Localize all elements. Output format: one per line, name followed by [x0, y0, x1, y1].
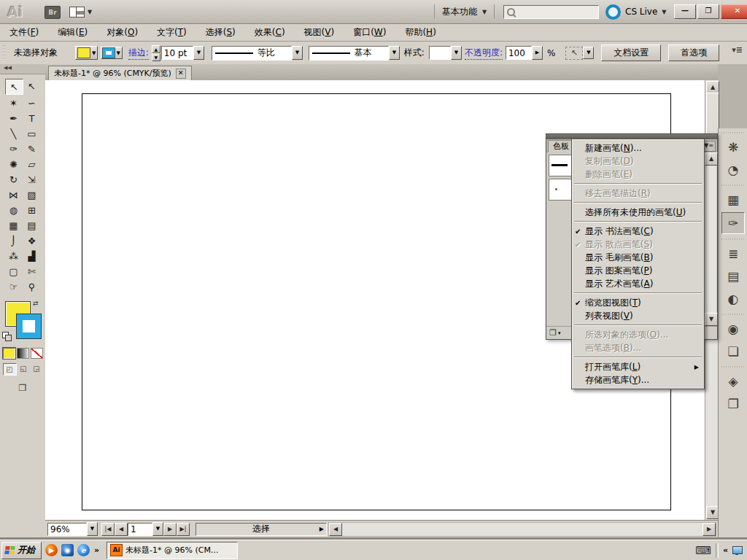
stroke-width-field[interactable]: 10 pt: [161, 46, 193, 60]
panel-scroll-up-icon[interactable]: ▲: [705, 152, 718, 166]
artboard-tool[interactable]: ▢: [5, 264, 22, 279]
quicklaunch-overflow-icon[interactable]: »: [94, 545, 99, 555]
menu-w[interactable]: 窗口(W): [344, 24, 395, 41]
width-tool[interactable]: ⋈: [5, 187, 22, 202]
menu-item-save-brush-library[interactable]: 存储画笔库(Y)...: [573, 373, 703, 386]
messenger-icon[interactable]: ◉: [61, 544, 74, 556]
lasso-tool[interactable]: ∽: [23, 96, 40, 110]
close-button[interactable]: ✕: [721, 4, 747, 19]
symbol-sprayer-tool[interactable]: ⁂: [5, 249, 22, 263]
draw-inside-button[interactable]: ◲: [31, 363, 43, 374]
stroke-color-dropdown[interactable]: ▼: [101, 47, 122, 59]
blob-brush-tool[interactable]: ✺: [5, 157, 22, 171]
screen-mode-button[interactable]: ❐: [14, 381, 31, 394]
arrange-documents-button[interactable]: ▼: [69, 6, 94, 18]
eyedropper-tool[interactable]: ⌡: [5, 233, 22, 248]
last-artboard-button[interactable]: ▶|: [177, 523, 190, 536]
tab-swatches[interactable]: 色板: [548, 140, 574, 152]
media-player-icon[interactable]: ▶: [45, 544, 58, 556]
internet-explorer-icon[interactable]: e: [77, 544, 90, 556]
draw-normal-button[interactable]: ◰: [3, 363, 17, 376]
rectangle-tool[interactable]: ▭: [23, 126, 40, 141]
magic-wand-tool[interactable]: ✶: [5, 96, 22, 110]
brush-definition-arrow[interactable]: ▼: [389, 46, 400, 60]
menu-item-new-brush[interactable]: 新建画笔(N)...: [573, 141, 703, 155]
gradient-mode-button[interactable]: [17, 348, 29, 359]
next-artboard-button[interactable]: ▶: [163, 523, 177, 536]
menu-v[interactable]: 视图(V): [295, 24, 344, 41]
brushes-panel-icon[interactable]: ✑: [721, 212, 745, 234]
none-mode-button[interactable]: [31, 348, 43, 359]
workspace-switcher[interactable]: 基本功能 ▼: [434, 4, 495, 19]
menu-item-show-pattern-brushes[interactable]: 显示 图案画笔(P): [573, 264, 703, 277]
color-mode-button[interactable]: [3, 348, 15, 359]
color-panel-icon[interactable]: ❋: [722, 137, 744, 158]
opacity-spinner-arrow[interactable]: ▶: [532, 46, 543, 60]
swap-fill-stroke-icon[interactable]: ⇄: [33, 300, 39, 307]
scroll-left-icon[interactable]: ◀: [329, 523, 342, 536]
control-bar-menu-icon[interactable]: ▾≣: [732, 45, 743, 55]
status-menu-arrow[interactable]: ▶: [320, 526, 324, 532]
opacity-link[interactable]: 不透明度:: [465, 47, 503, 60]
panel-scrollbar[interactable]: ▲ ▼: [704, 152, 716, 326]
menu-o[interactable]: 对象(O): [97, 24, 147, 41]
line-segment-tool[interactable]: ╲: [5, 126, 22, 141]
fill-color-dropdown[interactable]: ▼: [75, 46, 98, 60]
type-tool[interactable]: T: [23, 111, 40, 125]
menu-t[interactable]: 文字(T): [147, 24, 196, 41]
tools-panel-collapse[interactable]: ◀◀: [0, 64, 45, 74]
previous-artboard-button[interactable]: ◀: [115, 523, 128, 536]
isolate-selected-object-button[interactable]: ↖: [565, 47, 583, 60]
menu-f[interactable]: 文件(F): [0, 24, 48, 41]
brush-definition-dropdown[interactable]: 基本: [309, 46, 389, 61]
layers-panel-icon[interactable]: ◈: [722, 371, 744, 392]
gradient-panel-icon[interactable]: ▤: [722, 266, 744, 287]
transparency-panel-icon[interactable]: ◐: [722, 289, 744, 309]
preferences-button[interactable]: 首选项: [668, 44, 719, 61]
perspective-grid-tool[interactable]: ⊞: [23, 203, 40, 217]
menu-item-show-calligraphic-brushes[interactable]: ✔显示 书法画笔(C): [573, 225, 703, 238]
opacity-field[interactable]: 100: [506, 46, 532, 60]
default-fill-stroke-icon[interactable]: [2, 332, 11, 341]
stepper-up-icon[interactable]: ▲: [152, 45, 160, 53]
menu-s[interactable]: 选择(S): [196, 24, 245, 41]
stroke-panel-icon[interactable]: ≣: [722, 244, 744, 264]
bridge-button[interactable]: Br: [44, 6, 61, 19]
blend-tool[interactable]: ❖: [23, 233, 40, 248]
document-tab[interactable]: 未标题-1* @ 96% (CMYK/预览) ✕: [48, 66, 192, 80]
selection-tool[interactable]: ↖: [5, 79, 23, 95]
panel-scroll-down-icon[interactable]: ▼: [705, 313, 718, 326]
stroke-color-box[interactable]: [17, 314, 41, 338]
restore-button[interactable]: ❐: [697, 4, 719, 19]
graphic-styles-panel-icon[interactable]: ❏: [722, 341, 744, 362]
menu-item-list-view[interactable]: 列表视图(V): [573, 309, 703, 322]
search-input[interactable]: [503, 5, 599, 19]
shape-builder-tool[interactable]: ◍: [5, 203, 22, 217]
style-field[interactable]: [429, 46, 451, 60]
menu-e[interactable]: 编辑(E): [48, 24, 97, 41]
draw-behind-button[interactable]: ◱: [18, 363, 30, 374]
swatches-panel-icon[interactable]: ▦: [722, 190, 744, 210]
network-icon[interactable]: [732, 546, 743, 554]
zoom-dropdown[interactable]: ▼: [87, 522, 98, 536]
scroll-right-icon[interactable]: ▶: [703, 523, 716, 536]
paintbrush-tool[interactable]: ✑: [5, 141, 22, 156]
taskbar-item-illustrator[interactable]: Ai 未标题-1* @ 96% (CM...: [107, 542, 238, 559]
start-button[interactable]: 开始: [1, 542, 42, 559]
tab-close-icon[interactable]: ✕: [176, 69, 186, 79]
style-dropdown[interactable]: ▼: [451, 46, 462, 60]
width-profile-arrow[interactable]: ▼: [292, 46, 303, 60]
stepper-down-icon[interactable]: ▼: [152, 53, 160, 61]
zoom-level-field[interactable]: 96%: [47, 523, 87, 536]
first-artboard-button[interactable]: |◀: [101, 523, 115, 536]
document-setup-button[interactable]: 文档设置: [601, 44, 661, 61]
color-guide-panel-icon[interactable]: ◔: [722, 160, 744, 180]
rotate-tool[interactable]: ↻: [5, 172, 22, 187]
input-method-icon[interactable]: ⌨: [695, 544, 711, 557]
horizontal-scroll-thumb[interactable]: [476, 524, 541, 534]
brush-libraries-menu-icon[interactable]: ❐: [549, 328, 557, 338]
brush-item-calligraphic[interactable]: [549, 179, 572, 201]
direct-selection-tool[interactable]: ↖: [23, 79, 40, 93]
artboard-number-dropdown[interactable]: ▼: [152, 522, 163, 536]
menu-item-thumbnail-view[interactable]: ✔缩览图视图(T): [573, 296, 703, 309]
